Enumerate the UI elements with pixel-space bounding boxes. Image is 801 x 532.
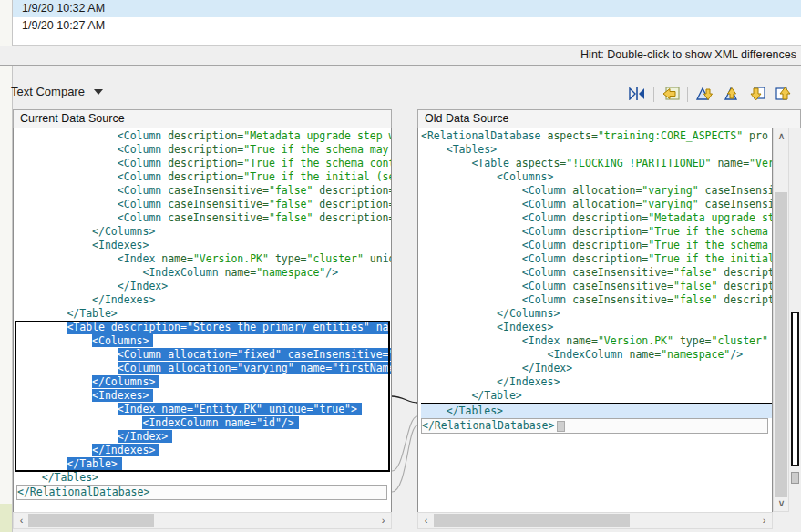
left-code-pane[interactable]: <Column description="Metadata upgrade st… [13, 128, 392, 512]
code-line[interactable]: <Indexes> [421, 321, 772, 334]
previous-change-icon [775, 87, 793, 101]
code-line[interactable]: </Index> [421, 362, 772, 375]
code-line[interactable]: <Column caseInsensitive="false" descript… [16, 198, 391, 211]
compare-toolbar: Text Compare [0, 66, 801, 109]
overview-diff-marker[interactable] [791, 312, 799, 466]
history-row[interactable]: 1/9/20 10:32 AM [13, 0, 801, 17]
hint-bar: Hint: Double-click to show XML differenc… [0, 46, 801, 66]
code-line[interactable]: </Tables> [421, 403, 772, 418]
next-difference-button[interactable] [694, 86, 714, 102]
code-line[interactable]: <IndexColumn name="id"/> [16, 416, 391, 430]
history-list[interactable]: 1/9/20 10:32 AM1/9/20 10:27 AM [13, 0, 801, 46]
toolbar-separator [687, 87, 688, 102]
right-pane-header: Old Data Source [417, 109, 801, 128]
code-line[interactable]: <Index name="Version.PK" type="cluster" … [16, 252, 391, 266]
copy-left-arrow-icon [662, 87, 680, 101]
code-line[interactable]: <Indexes> [16, 239, 391, 252]
diff-connector-gutter [392, 128, 417, 512]
code-line[interactable]: <Columns> [16, 334, 391, 348]
history-row[interactable]: 1/9/20 10:27 AM [13, 17, 801, 35]
code-line[interactable]: </Indexes> [421, 375, 772, 389]
overview-ruler [789, 128, 801, 532]
swap-left-and-right-icon [628, 87, 646, 100]
code-line[interactable]: <Table aspects="!LOCKING !PARTITIONED" n… [421, 157, 772, 170]
scroll-left-arrow-icon[interactable]: ‹ [418, 513, 434, 528]
right-vertical-scrollbar[interactable]: ∧ ∨ [773, 128, 789, 512]
code-line[interactable]: </Columns> [16, 375, 391, 389]
editor-frame-accent [0, 504, 12, 532]
left-pane-header: Current Data Source [13, 109, 392, 128]
view-mode-label: Text Compare [11, 85, 85, 98]
overview-change-marker[interactable] [791, 472, 799, 484]
next-difference-icon [695, 87, 714, 101]
code-line[interactable]: <Column caseInsensitive="false" descript… [16, 184, 391, 198]
code-line[interactable]: </Index> [16, 430, 391, 444]
code-line[interactable]: </Tables> [16, 471, 391, 485]
code-line[interactable]: </RelationalDatabase> [16, 485, 387, 500]
left-horizontal-scrollbar[interactable]: ‹ › [13, 512, 392, 529]
horizontal-scroll-thumb[interactable] [28, 514, 154, 527]
chevron-down-icon [94, 89, 103, 95]
code-line[interactable]: <IndexColumn name="namespace"/> [421, 348, 772, 362]
code-line[interactable]: <Column allocation="varying" name="first… [16, 362, 391, 375]
code-line[interactable]: <Column description="True if the schema … [16, 157, 391, 170]
code-line[interactable]: <Column description="True if the schema … [421, 225, 772, 239]
code-line[interactable]: <Column caseInsensitive="false" descript… [421, 293, 772, 307]
code-line[interactable]: </Columns> [16, 225, 391, 239]
selection-end-block [557, 421, 565, 432]
previous-difference-icon [722, 87, 740, 101]
code-line[interactable]: </Index> [16, 280, 391, 293]
code-line[interactable]: </Indexes> [16, 444, 391, 457]
previous-difference-button[interactable] [721, 86, 741, 102]
left-code-content[interactable]: <Column description="Metadata upgrade st… [14, 128, 391, 500]
code-line[interactable]: <Indexes> [16, 389, 391, 403]
code-line[interactable]: <Column description="Metadata upgrade st… [421, 211, 772, 225]
code-line[interactable]: <Column caseInsensitive="false" descript… [421, 266, 772, 280]
code-line[interactable]: <Column allocation="varying" caseInsensi… [421, 184, 772, 198]
toolbar-icons [627, 86, 794, 102]
previous-change-button[interactable] [774, 86, 794, 102]
code-line[interactable]: <Column caseInsensitive="false" descript… [421, 280, 772, 293]
code-line[interactable]: <Column allocation="varying" caseInsensi… [421, 198, 772, 211]
code-line[interactable]: </Table> [16, 457, 391, 471]
left-pane-title: Current Data Source [20, 112, 125, 125]
scroll-right-arrow-icon[interactable]: › [375, 513, 391, 528]
code-line[interactable]: <Table description="Stores the primary e… [16, 321, 391, 334]
code-line[interactable]: <Index name="Version.PK" type="cluster" … [421, 334, 772, 348]
code-line[interactable]: <Column caseInsensitive="false" descript… [16, 211, 391, 225]
code-line[interactable]: <Column description="True if the schema … [16, 143, 391, 157]
next-change-icon [748, 87, 766, 101]
code-line[interactable]: </Columns> [421, 307, 772, 321]
diff-connector-curves [392, 128, 417, 512]
code-line[interactable]: <Columns> [421, 170, 772, 184]
code-line[interactable]: </Table> [421, 389, 772, 403]
code-line[interactable]: <Index name="Entity.PK" unique="true"> [16, 403, 391, 416]
copy-right-to-left-button[interactable] [661, 86, 681, 102]
right-horizontal-scrollbar[interactable]: ‹ › [417, 512, 773, 529]
code-line[interactable]: <Tables> [421, 143, 772, 157]
code-line[interactable]: </RelationalDatabase> [421, 418, 768, 434]
vertical-scroll-thumb[interactable] [775, 192, 787, 497]
scroll-left-arrow-icon[interactable]: ‹ [14, 513, 29, 528]
code-line[interactable]: <Column description="True if the initial… [16, 170, 391, 184]
code-line[interactable]: <Column description="Metadata upgrade st… [16, 129, 391, 143]
next-change-button[interactable] [747, 86, 767, 102]
scroll-down-arrow-icon[interactable]: ∨ [774, 496, 789, 511]
compare-editor-window: 1/9/20 10:32 AM1/9/20 10:27 AM Hint: Dou… [0, 0, 801, 532]
scroll-up-arrow-icon[interactable]: ∧ [774, 128, 789, 144]
code-line[interactable]: <Column description="True if the schema … [421, 239, 772, 252]
horizontal-scroll-thumb[interactable] [434, 514, 630, 527]
code-line[interactable]: <RelationalDatabase aspects="training:CO… [421, 129, 772, 143]
code-line[interactable]: <IndexColumn name="namespace"/> [16, 266, 391, 280]
right-code-pane[interactable]: <RelationalDatabase aspects="training:CO… [417, 128, 773, 512]
toolbar-separator [653, 87, 654, 102]
code-line[interactable]: </Table> [16, 307, 391, 321]
code-line[interactable]: </Indexes> [16, 293, 391, 307]
scroll-right-arrow-icon[interactable]: › [756, 513, 772, 528]
code-line[interactable]: <Column allocation="fixed" caseInsensiti… [16, 348, 391, 362]
view-mode-selector[interactable]: Text Compare [11, 85, 103, 98]
right-code-content[interactable]: <RelationalDatabase aspects="training:CO… [418, 128, 772, 434]
hint-text: Hint: Double-click to show XML differenc… [580, 48, 796, 61]
code-line[interactable]: <Column description="True if the initial… [421, 252, 772, 266]
swap-left-and-right-button[interactable] [627, 86, 647, 102]
